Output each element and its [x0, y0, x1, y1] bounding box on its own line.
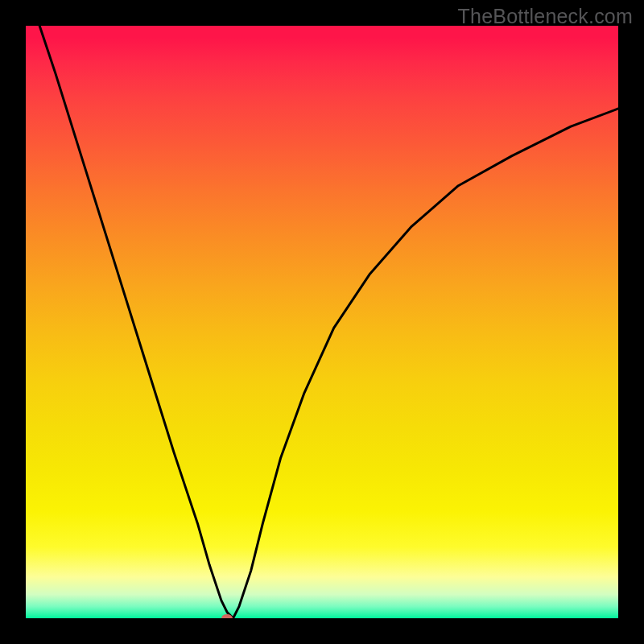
watermark-text: TheBottleneck.com [458, 5, 633, 28]
chart-container: TheBottleneck.com [0, 0, 644, 644]
curve-layer [26, 26, 618, 618]
minimum-marker [221, 614, 233, 618]
plot-area [26, 26, 618, 618]
bottleneck-curve [26, 26, 618, 618]
